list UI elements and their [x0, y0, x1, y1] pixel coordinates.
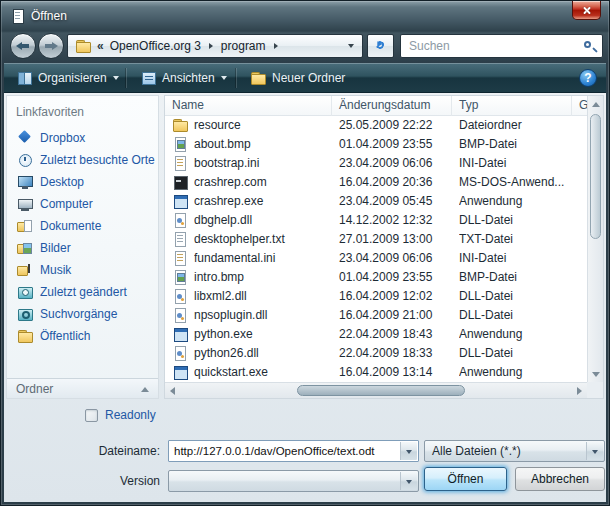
forward-button[interactable] — [38, 33, 64, 59]
organize-label: Organisieren — [38, 71, 107, 85]
file-list: Name Änderungsdatum Typ G resource25.05.… — [164, 95, 604, 399]
file-row[interactable]: quickstart.exe16.04.2009 13:14Anwendung — [165, 363, 587, 382]
filename-input[interactable] — [170, 442, 398, 460]
sidebar-item-public[interactable]: Öffentlich — [7, 325, 158, 347]
sidebar-item-recently-changed[interactable]: Zuletzt geändert — [7, 281, 158, 303]
help-button[interactable]: ? — [579, 69, 597, 87]
sidebar-item-recent-places[interactable]: Zuletzt besuchte Orte — [7, 149, 158, 171]
chevron-down-icon — [113, 76, 119, 80]
file-date: 16.04.2009 20:36 — [339, 173, 432, 192]
horizontal-scrollbar[interactable] — [165, 382, 587, 398]
file-row[interactable]: resource25.05.2009 22:22Dateiordner — [165, 116, 587, 135]
file-row[interactable]: crashrep.com16.04.2009 20:36MS-DOS-Anwen… — [165, 173, 587, 192]
forward-arrow-icon — [39, 34, 63, 58]
back-button[interactable] — [10, 33, 36, 59]
open-button[interactable]: Öffnen — [424, 467, 507, 491]
readonly-option[interactable]: Readonly — [85, 408, 156, 422]
scroll-down-button[interactable] — [588, 366, 604, 382]
horizontal-scroll-thumb[interactable] — [297, 385, 465, 396]
file-date: 23.04.2009 06:06 — [339, 249, 432, 268]
file-row[interactable]: python26.dll22.04.2009 18:33DLL-Datei — [165, 344, 587, 363]
search-input[interactable] — [403, 37, 573, 55]
sidebar-item-pictures[interactable]: Bilder — [7, 237, 158, 259]
filename-combobox[interactable] — [168, 440, 419, 462]
file-type: Anwendung — [459, 363, 571, 382]
caret-down-icon — [592, 450, 598, 454]
file-name: about.bmp — [194, 135, 330, 154]
vertical-scrollbar[interactable] — [587, 96, 603, 382]
computer-icon — [17, 196, 33, 212]
file-row[interactable]: desktophelper.txt27.01.2009 13:00TXT-Dat… — [165, 230, 587, 249]
readonly-checkbox[interactable] — [85, 409, 98, 422]
version-combobox[interactable] — [168, 470, 419, 492]
breadcrumb-overflow-chevron[interactable]: « — [97, 39, 104, 53]
sidebar-item-label: Desktop — [40, 175, 84, 189]
scroll-up-button[interactable] — [588, 96, 604, 112]
file-date: 01.04.2009 23:55 — [339, 135, 432, 154]
triangle-down-icon — [592, 372, 600, 377]
sidebar-item-label: Computer — [40, 197, 93, 211]
sidebar-item-searches[interactable]: Suchvorgänge — [7, 303, 158, 325]
file-row[interactable]: libxml2.dll16.04.2009 12:02DLL-Datei — [165, 287, 587, 306]
column-header-type[interactable]: Typ — [452, 96, 572, 116]
folders-expander[interactable]: Ordner — [7, 378, 158, 398]
file-row[interactable]: intro.bmp01.04.2009 23:55BMP-Datei — [165, 268, 587, 287]
file-date: 16.04.2009 13:14 — [339, 363, 432, 382]
dll-file-icon — [172, 345, 188, 361]
new-folder-button[interactable]: Neuer Ordner — [242, 66, 353, 90]
sidebar-item-computer[interactable]: Computer — [7, 193, 158, 215]
vertical-scroll-thumb[interactable] — [590, 114, 601, 239]
file-name: resource — [194, 116, 330, 135]
column-header-name[interactable]: Name — [165, 96, 332, 116]
file-date: 16.04.2009 12:02 — [339, 287, 432, 306]
breadcrumb-chevron-icon[interactable] — [274, 43, 278, 49]
file-type: Anwendung — [459, 325, 571, 344]
filename-dropdown-button[interactable] — [400, 442, 417, 460]
sidebar-item-desktop[interactable]: Desktop — [7, 171, 158, 193]
file-row[interactable]: bootstrap.ini23.04.2009 06:06INI-Datei — [165, 154, 587, 173]
public-folder-icon — [17, 328, 33, 344]
file-date: 23.04.2009 05:45 — [339, 192, 432, 211]
cancel-button[interactable]: Abbrechen — [515, 467, 605, 491]
scroll-right-button[interactable] — [571, 383, 587, 399]
file-row[interactable]: fundamental.ini23.04.2009 06:06INI-Datei — [165, 249, 587, 268]
filetype-dropdown-button[interactable] — [586, 442, 603, 460]
file-row[interactable]: dbghelp.dll14.12.2002 12:32DLL-Datei — [165, 211, 587, 230]
search-box[interactable] — [400, 34, 603, 58]
chevron-up-icon — [141, 387, 149, 392]
file-name: python26.dll — [194, 344, 330, 363]
file-date: 23.04.2009 06:06 — [339, 154, 432, 173]
breadcrumb-history-caret-icon[interactable] — [348, 44, 354, 48]
folder-icon — [172, 117, 188, 133]
recent-places-icon — [17, 152, 33, 168]
back-arrow-icon — [11, 34, 35, 58]
titlebar: Öffnen — [1, 1, 609, 31]
column-header-row: Name Änderungsdatum Typ G — [165, 96, 603, 116]
refresh-button[interactable] — [367, 34, 394, 58]
file-type: DLL-Datei — [459, 211, 571, 230]
sidebar-item-music[interactable]: Musik — [7, 259, 158, 281]
file-name: npsoplugin.dll — [194, 306, 330, 325]
file-row[interactable]: python.exe22.04.2009 18:43Anwendung — [165, 325, 587, 344]
column-header-date[interactable]: Änderungsdatum — [332, 96, 452, 116]
breadcrumb[interactable]: « OpenOffice.org 3 program — [67, 34, 363, 58]
scroll-left-button[interactable] — [165, 383, 181, 399]
close-button[interactable] — [572, 1, 601, 20]
version-dropdown-button[interactable] — [400, 472, 417, 490]
filetype-combobox[interactable]: Alle Dateien (*.*) — [424, 440, 605, 462]
organize-button[interactable]: Organisieren — [8, 66, 127, 90]
favorites-header: Linkfavoriten — [7, 96, 158, 127]
music-icon — [17, 262, 33, 278]
file-row[interactable]: npsoplugin.dll16.04.2009 21:00DLL-Datei — [165, 306, 587, 325]
sidebar-item-dropbox[interactable]: Dropbox — [7, 127, 158, 149]
breadcrumb-item[interactable]: program — [218, 39, 269, 53]
views-button[interactable]: Ansichten — [132, 66, 235, 90]
breadcrumb-item[interactable]: OpenOffice.org 3 — [107, 39, 204, 53]
file-type: DLL-Datei — [459, 344, 571, 363]
breadcrumb-chevron-icon[interactable] — [209, 43, 213, 49]
filetype-value: Alle Dateien (*.*) — [432, 444, 521, 458]
window-title: Öffnen — [31, 9, 67, 23]
file-row[interactable]: about.bmp01.04.2009 23:55BMP-Datei — [165, 135, 587, 154]
file-row[interactable]: crashrep.exe23.04.2009 05:45Anwendung — [165, 192, 587, 211]
sidebar-item-documents[interactable]: Dokumente — [7, 215, 158, 237]
